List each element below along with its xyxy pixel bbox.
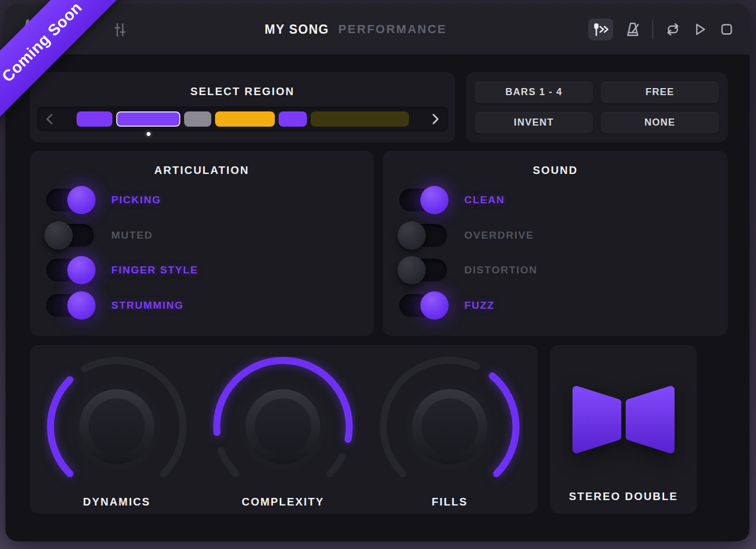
play-button[interactable] [692,22,708,37]
toggle-thumb [398,221,426,249]
toggle-row-distortion: DISTORTION [383,256,728,284]
select-region-panel: SELECT REGION [30,72,455,142]
toggle-row-muted: MUTED [30,221,374,249]
articulation-panel: ARTICULATION PICKINGMUTEDFINGER STYLESTR… [30,151,374,336]
toggle-label: DISTORTION [464,264,538,276]
loop-button[interactable] [665,22,681,36]
sound-title: SOUND [383,164,728,177]
select-region-title: SELECT REGION [30,85,455,98]
plugin-window: MY SONG PERFORMANCE [5,4,749,541]
toggle-row-fuzz: FUZZ [383,291,728,320]
sound-panel: SOUND CLEANOVERDRIVEDISTORTIONFUZZ [383,151,728,336]
header-bar: MY SONG PERFORMANCE [5,4,749,54]
region-block-5[interactable] [279,111,307,127]
knob-dial-complexity[interactable] [210,357,356,496]
toggle-overdrive[interactable] [399,224,447,247]
selected-region-dot [147,132,150,136]
region-block-2[interactable] [116,111,180,127]
region-block-6[interactable] [311,111,409,127]
toggle-label: PICKING [111,194,161,206]
region-block-1[interactable] [77,111,112,127]
view-title: PERFORMANCE [338,22,447,36]
toggle-thumb [398,256,426,284]
toggle-row-finger-style: FINGER STYLE [30,256,374,284]
toggle-row-overdrive: OVERDRIVE [383,221,728,249]
stop-icon [719,22,734,37]
knob-label-fills: FILLS [376,496,523,508]
toggle-thumb [45,221,73,249]
knob-complexity: COMPLEXITY [210,357,356,496]
song-title: MY SONG [264,22,329,37]
toggle-picking[interactable] [46,189,94,211]
toggle-finger-style[interactable] [46,259,94,282]
toggle-row-strumming: STRUMMING [30,291,374,320]
stereo-double-label: STEREO DOUBLE [550,490,697,503]
knob-dynamics: DYNAMICS [43,357,190,496]
desktop-backdrop: { "ribbon": { "label": "Coming Soon", "c… [0,0,756,549]
toggle-label: STRUMMING [111,300,184,311]
region-strip [37,107,448,132]
stereo-double-panel: STEREO DOUBLE [550,345,697,514]
toggle-clean[interactable] [399,189,447,211]
toggle-muted[interactable] [46,224,94,247]
chevron-left-icon[interactable] [46,113,53,125]
generation-button-none[interactable]: NONE [601,112,719,134]
toggle-thumb [67,291,96,320]
knob-label-complexity: COMPLEXITY [210,496,356,508]
generation-button-free[interactable]: FREE [601,82,719,103]
metronome-button[interactable] [625,21,641,38]
toggle-label: OVERDRIVE [464,229,534,241]
region-block-4[interactable] [215,111,275,127]
toggle-row-clean: CLEAN [383,186,728,214]
knob-dial-dynamics[interactable] [43,357,190,496]
follow-playhead-icon [592,22,609,37]
toggle-thumb [67,256,96,284]
generation-button-bars-1-4[interactable]: BARS 1 - 4 [475,82,593,103]
toggle-label: FUZZ [464,300,495,311]
toggle-fuzz[interactable] [399,294,447,317]
region-block-3[interactable] [184,111,211,127]
stereo-double-icon[interactable] [569,384,678,455]
generation-button-invent[interactable]: INVENT [475,112,593,134]
toggle-distortion[interactable] [399,259,447,282]
knob-label-dynamics: DYNAMICS [43,496,190,508]
generation-panel: BARS 1 - 4FREEINVENTNONE [466,72,728,142]
metronome-icon [625,21,641,38]
transport-divider [652,20,653,39]
loop-icon [665,22,681,36]
articulation-title: ARTICULATION [30,164,374,177]
transport-bar [588,4,734,54]
toggle-thumb [67,186,96,214]
play-icon [692,22,708,37]
channel-sliders-icon[interactable] [112,22,128,38]
toggle-label: FINGER STYLE [111,264,198,276]
toggle-thumb [420,291,449,320]
toggle-label: MUTED [111,229,153,241]
toggle-strumming[interactable] [46,294,94,317]
knob-fills: FILLS [376,357,523,496]
toggle-row-picking: PICKING [30,186,374,214]
stop-button[interactable] [719,22,734,37]
performance-knobs-panel: DYNAMICSCOMPLEXITYFILLS [30,345,538,514]
toggle-thumb [420,186,449,214]
chevron-right-icon[interactable] [432,113,439,125]
toggle-label: CLEAN [464,194,505,206]
follow-playhead-button[interactable] [588,18,613,40]
knob-dial-fills[interactable] [376,357,523,496]
generation-buttons: BARS 1 - 4FREEINVENTNONE [475,82,719,133]
